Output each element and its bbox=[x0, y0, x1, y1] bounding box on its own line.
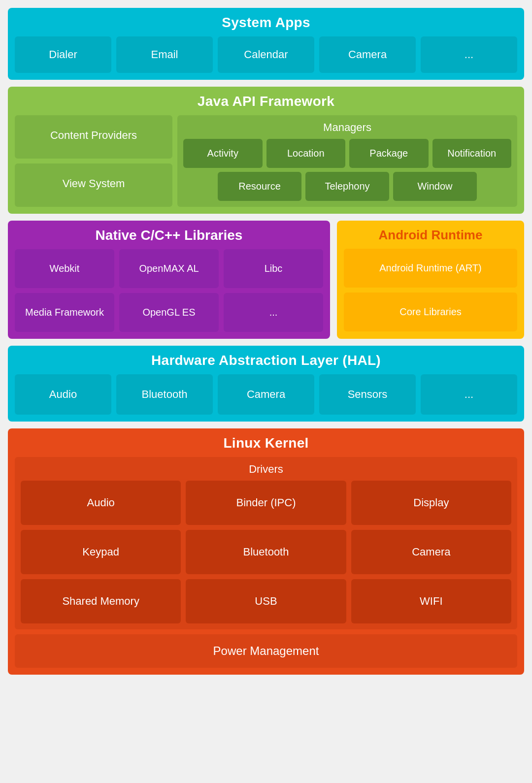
hal-sensors[interactable]: Sensors bbox=[319, 374, 416, 415]
manager-resource[interactable]: Resource bbox=[218, 172, 301, 201]
manager-package[interactable]: Package bbox=[349, 139, 429, 168]
native-more[interactable]: ... bbox=[224, 293, 323, 332]
drivers-title: Drivers bbox=[21, 463, 511, 476]
java-api-inner: Content Providers View System Managers A… bbox=[15, 115, 517, 207]
native-libs-layer: Native C/C++ Libraries Webkit OpenMAX AL… bbox=[8, 221, 330, 339]
manager-location[interactable]: Location bbox=[266, 139, 346, 168]
view-system[interactable]: View System bbox=[15, 163, 172, 207]
native-grid: Webkit OpenMAX AL Libc Media Framework O… bbox=[15, 249, 323, 332]
managers-grid-row1: Activity Location Package Notification bbox=[183, 139, 511, 168]
manager-notification[interactable]: Notification bbox=[432, 139, 512, 168]
driver-camera[interactable]: Camera bbox=[351, 530, 511, 574]
system-apps-title: System Apps bbox=[15, 15, 517, 31]
driver-display[interactable]: Display bbox=[351, 481, 511, 525]
hal-audio[interactable]: Audio bbox=[15, 374, 111, 415]
native-libc[interactable]: Libc bbox=[224, 249, 323, 288]
native-runtime-row: Native C/C++ Libraries Webkit OpenMAX AL… bbox=[8, 221, 524, 339]
app-email[interactable]: Email bbox=[116, 36, 213, 73]
manager-activity[interactable]: Activity bbox=[183, 139, 263, 168]
driver-binder[interactable]: Binder (IPC) bbox=[186, 481, 346, 525]
managers-grid-row2: Resource Telephony Window bbox=[183, 172, 511, 201]
app-calendar[interactable]: Calendar bbox=[218, 36, 314, 73]
hal-grid: Audio Bluetooth Camera Sensors ... bbox=[15, 374, 517, 415]
driver-audio[interactable]: Audio bbox=[21, 481, 181, 525]
native-openmax[interactable]: OpenMAX AL bbox=[119, 249, 219, 288]
driver-wifi[interactable]: WIFI bbox=[351, 579, 511, 623]
linux-kernel-layer: Linux Kernel Drivers Audio Binder (IPC) … bbox=[8, 428, 524, 675]
android-runtime-layer: Android Runtime Android Runtime (ART) Co… bbox=[337, 221, 524, 339]
java-api-left: Content Providers View System bbox=[15, 115, 172, 207]
driver-keypad[interactable]: Keypad bbox=[21, 530, 181, 574]
hal-more[interactable]: ... bbox=[421, 374, 517, 415]
runtime-art[interactable]: Android Runtime (ART) bbox=[344, 249, 517, 288]
manager-window[interactable]: Window bbox=[393, 172, 477, 201]
system-apps-layer: System Apps Dialer Email Calendar Camera… bbox=[8, 8, 524, 80]
content-providers[interactable]: Content Providers bbox=[15, 115, 172, 159]
hal-camera[interactable]: Camera bbox=[218, 374, 314, 415]
hal-title: Hardware Abstraction Layer (HAL) bbox=[15, 353, 517, 368]
linux-kernel-title: Linux Kernel bbox=[15, 435, 517, 451]
native-libs-title: Native C/C++ Libraries bbox=[15, 228, 323, 243]
runtime-grid: Android Runtime (ART) Core Libraries bbox=[344, 249, 517, 331]
hal-layer: Hardware Abstraction Layer (HAL) Audio B… bbox=[8, 346, 524, 422]
app-more[interactable]: ... bbox=[421, 36, 517, 73]
app-camera[interactable]: Camera bbox=[319, 36, 416, 73]
drivers-grid: Audio Binder (IPC) Display Keypad Blueto… bbox=[21, 481, 511, 623]
system-apps-grid: Dialer Email Calendar Camera ... bbox=[15, 36, 517, 73]
power-management: Power Management bbox=[15, 634, 517, 668]
app-dialer[interactable]: Dialer bbox=[15, 36, 111, 73]
native-media-framework[interactable]: Media Framework bbox=[15, 293, 114, 332]
drivers-box: Drivers Audio Binder (IPC) Display Keypa… bbox=[15, 457, 517, 629]
android-runtime-title: Android Runtime bbox=[344, 228, 517, 243]
driver-shared-memory[interactable]: Shared Memory bbox=[21, 579, 181, 623]
driver-usb[interactable]: USB bbox=[186, 579, 346, 623]
native-webkit[interactable]: Webkit bbox=[15, 249, 114, 288]
java-api-layer: Java API Framework Content Providers Vie… bbox=[8, 87, 524, 214]
managers-title: Managers bbox=[183, 121, 511, 134]
runtime-core-libraries[interactable]: Core Libraries bbox=[344, 293, 517, 331]
java-api-title: Java API Framework bbox=[15, 94, 517, 109]
manager-telephony[interactable]: Telephony bbox=[305, 172, 389, 201]
driver-bluetooth[interactable]: Bluetooth bbox=[186, 530, 346, 574]
native-opengl[interactable]: OpenGL ES bbox=[119, 293, 219, 332]
hal-bluetooth[interactable]: Bluetooth bbox=[116, 374, 213, 415]
managers-box: Managers Activity Location Package Notif… bbox=[177, 115, 517, 207]
